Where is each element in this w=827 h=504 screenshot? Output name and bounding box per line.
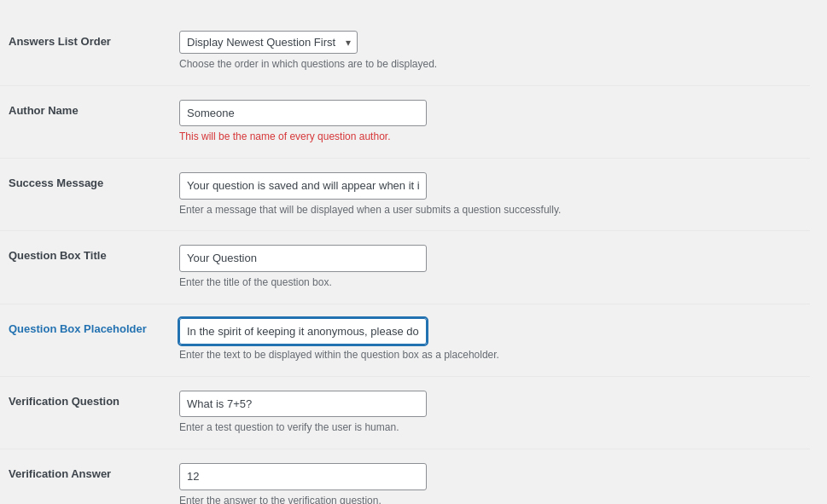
row-verification-question: Verification QuestionEnter a test questi… xyxy=(0,377,810,449)
help-question-box-placeholder: Enter the text to be displayed within th… xyxy=(179,348,793,362)
row-question-box-title: Question Box TitleEnter the title of the… xyxy=(0,231,810,304)
label-question-box-placeholder: Question Box Placeholder xyxy=(0,315,171,337)
input-success-message[interactable] xyxy=(179,172,427,200)
row-success-message: Success MessageEnter a message that will… xyxy=(0,159,810,231)
settings-page: Answers List OrderDisplay Newest Questio… xyxy=(0,0,827,504)
select-wrapper-answers-list-order: Display Newest Question FirstDisplay Old… xyxy=(179,31,358,54)
content-answers-list-order: Display Newest Question FirstDisplay Old… xyxy=(171,27,810,75)
help-author-name: This will be the name of every question … xyxy=(179,130,793,144)
input-verification-question[interactable] xyxy=(179,391,427,418)
help-success-message: Enter a message that will be displayed w… xyxy=(179,203,793,217)
settings-rows: Answers List OrderDisplay Newest Questio… xyxy=(0,17,810,504)
help-verification-answer: Enter the answer to the verification que… xyxy=(179,494,793,504)
label-verification-answer: Verification Answer xyxy=(0,460,171,482)
row-answers-list-order: Answers List OrderDisplay Newest Questio… xyxy=(0,17,810,86)
input-verification-answer[interactable] xyxy=(179,463,427,490)
help-question-box-title: Enter the title of the question box. xyxy=(179,275,793,290)
label-question-box-title: Question Box Title xyxy=(0,241,171,264)
input-question-box-placeholder[interactable] xyxy=(179,318,427,345)
content-question-box-title: Enter the title of the question box. xyxy=(171,241,810,293)
row-author-name: Author NameThis will be the name of ever… xyxy=(0,86,810,159)
content-author-name: This will be the name of every question … xyxy=(171,96,810,148)
label-answers-list-order: Answers List Order xyxy=(0,27,171,49)
label-verification-question: Verification Question xyxy=(0,387,171,409)
label-success-message: Success Message xyxy=(0,169,171,191)
help-answers-list-order: Choose the order in which questions are … xyxy=(179,57,793,72)
input-author-name[interactable] xyxy=(179,100,427,127)
content-verification-answer: Enter the answer to the verification que… xyxy=(171,460,810,504)
row-verification-answer: Verification AnswerEnter the answer to t… xyxy=(0,449,810,504)
row-question-box-placeholder: Question Box PlaceholderEnter the text t… xyxy=(0,304,810,377)
select-answers-list-order[interactable]: Display Newest Question FirstDisplay Old… xyxy=(179,31,358,54)
input-question-box-title[interactable] xyxy=(179,245,427,272)
help-verification-question: Enter a test question to verify the user… xyxy=(179,420,793,435)
label-author-name: Author Name xyxy=(0,96,171,119)
content-verification-question: Enter a test question to verify the user… xyxy=(171,387,810,438)
content-question-box-placeholder: Enter the text to be displayed within th… xyxy=(171,315,810,366)
content-success-message: Enter a message that will be displayed w… xyxy=(171,169,810,220)
